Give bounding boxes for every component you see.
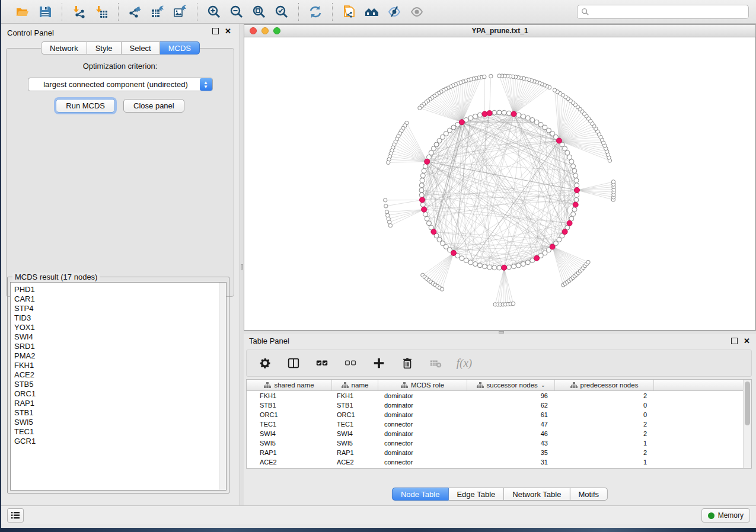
table-row[interactable]: ORC1ORC1dominator610 [247, 410, 743, 419]
table-row[interactable]: RAP1RAP1dominator352 [247, 448, 743, 457]
graph-hub-node[interactable] [573, 202, 578, 207]
scrollbar-thumb[interactable] [745, 382, 750, 425]
tab-node-table[interactable]: Node Table [392, 488, 449, 501]
splitter-grip[interactable] [241, 264, 243, 270]
graph-node[interactable] [516, 263, 521, 268]
graph-node[interactable] [423, 211, 428, 216]
zoom-fit-button[interactable] [251, 4, 267, 20]
result-list-item[interactable]: PHD1 [14, 285, 226, 294]
graph-hub-node[interactable] [487, 111, 492, 116]
graph-hub-node[interactable] [550, 244, 555, 249]
graph-node[interactable] [420, 173, 425, 178]
tab-network-table[interactable]: Network Table [504, 488, 570, 501]
graph-node[interactable] [534, 120, 539, 124]
task-history-button[interactable] [7, 508, 24, 523]
graph-node[interactable] [530, 117, 535, 122]
graph-node[interactable] [468, 116, 473, 120]
search-input[interactable] [589, 8, 745, 16]
graph-node[interactable] [572, 168, 577, 173]
graph-node[interactable] [425, 216, 429, 221]
graph-hub-node[interactable] [511, 111, 516, 117]
graph-leaf-node[interactable] [497, 74, 501, 78]
graph-leaf-node[interactable] [384, 198, 387, 202]
graph-node[interactable] [573, 173, 578, 178]
result-list-item[interactable]: CAR1 [14, 294, 226, 304]
graph-node[interactable] [482, 264, 487, 269]
deselect-all-rows-button[interactable] [343, 355, 358, 371]
table-row[interactable]: YOX1YOX1connector291 [247, 467, 743, 469]
graph-leaf-node[interactable] [387, 161, 390, 164]
graph-node[interactable] [567, 155, 572, 159]
result-list-item[interactable]: ACE2 [14, 370, 226, 380]
close-window-icon[interactable] [250, 27, 257, 34]
graph-node[interactable] [571, 164, 576, 169]
zoom-in-button[interactable] [206, 4, 222, 20]
delete-columns-button[interactable] [400, 355, 415, 371]
toggle-panel-layout-button[interactable] [286, 355, 301, 371]
graph-hub-node[interactable] [482, 111, 487, 117]
graph-hub-node[interactable] [556, 138, 562, 143]
result-list-item[interactable]: YOX1 [14, 323, 226, 332]
tab-network[interactable]: Network [41, 41, 87, 55]
graph-node[interactable] [497, 265, 502, 270]
table-row[interactable]: ACE2ACE2connector311 [247, 457, 743, 467]
graph-node[interactable] [506, 111, 511, 116]
close-panel-button[interactable]: Close panel [123, 99, 184, 113]
graph-hub-node[interactable] [420, 197, 425, 203]
search-web-button[interactable] [363, 4, 380, 20]
result-list-item[interactable]: RAP1 [14, 399, 226, 408]
graph-leaf-node[interactable] [440, 287, 444, 291]
save-session-button[interactable] [37, 4, 53, 20]
graph-node[interactable] [487, 265, 492, 270]
table-row[interactable]: SWI5SWI5connector431 [247, 438, 743, 448]
graph-node[interactable] [420, 178, 425, 183]
network-graph[interactable] [244, 37, 756, 330]
import-network-button[interactable] [71, 4, 87, 20]
graph-hub-node[interactable] [502, 265, 507, 270]
graph-node[interactable] [422, 168, 426, 173]
network-window-titlebar[interactable]: YPA_prune.txt_1 [244, 24, 756, 37]
maximize-window-icon[interactable] [273, 27, 280, 34]
graph-hub-node[interactable] [431, 229, 436, 235]
graph-node[interactable] [575, 183, 579, 188]
select-all-rows-button[interactable] [314, 355, 330, 371]
memory-button[interactable]: Memory [701, 508, 750, 523]
graph-node[interactable] [506, 265, 511, 270]
graph-hub-node[interactable] [562, 229, 567, 235]
graph-node[interactable] [419, 193, 424, 197]
show-visuals-button[interactable] [409, 4, 425, 20]
result-list-item[interactable]: SRD1 [14, 342, 226, 351]
tab-select[interactable]: Select [122, 41, 160, 55]
result-list-item[interactable]: STB1 [14, 408, 226, 418]
graph-leaf-node[interactable] [511, 302, 515, 305]
splitter-grip[interactable] [499, 331, 504, 334]
graph-node[interactable] [420, 203, 425, 207]
graph-hub-node[interactable] [459, 120, 464, 125]
graph-node[interactable] [502, 110, 506, 115]
graph-node[interactable] [492, 265, 497, 270]
graph-node[interactable] [460, 256, 464, 261]
graph-leaf-node[interactable] [489, 74, 493, 78]
graph-node[interactable] [497, 110, 502, 115]
table-row[interactable]: SWI4SWI4dominator462 [247, 429, 743, 438]
graph-node[interactable] [473, 262, 478, 267]
tab-edge-table[interactable]: Edge Table [448, 488, 504, 501]
graph-node[interactable] [419, 188, 424, 193]
search-field[interactable] [577, 5, 749, 19]
column-header-successor-nodes[interactable]: successor nodes⌄ [467, 380, 555, 390]
graph-node[interactable] [468, 260, 473, 265]
result-list-item[interactable]: STP4 [14, 304, 226, 313]
result-list-item[interactable]: FKH1 [14, 361, 226, 370]
graph-leaf-node[interactable] [611, 180, 615, 184]
share-document-button[interactable] [341, 4, 358, 20]
graph-hub-node[interactable] [567, 220, 572, 226]
export-table-button[interactable] [149, 4, 166, 20]
table-settings-gear-button[interactable] [257, 355, 273, 371]
tab-motifs[interactable]: Motifs [570, 488, 608, 501]
tab-style[interactable]: Style [87, 41, 122, 55]
graph-hub-node[interactable] [422, 207, 427, 212]
float-panel-icon[interactable] [731, 338, 738, 344]
graph-node[interactable] [431, 146, 436, 151]
graph-leaf-node[interactable] [586, 260, 590, 264]
graph-node[interactable] [426, 221, 431, 226]
